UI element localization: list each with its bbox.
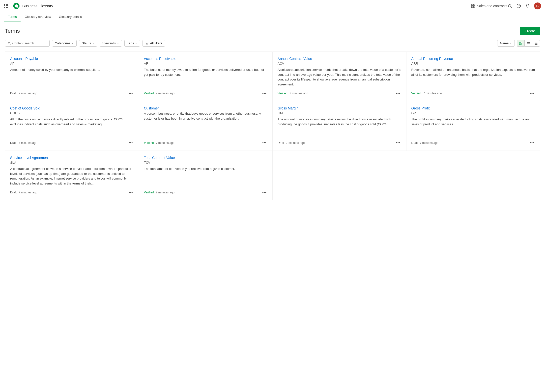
term-options-button[interactable]: ••• [128,91,134,96]
term-time: 7 minutes ago [420,141,438,145]
filters-bar: Categories Status Stewards Tags All filt… [5,40,540,47]
term-footer: Draft 7 minutes ago ••• [10,91,134,96]
term-time: 7 minutes ago [156,191,174,194]
chevron-down-icon [135,42,137,45]
term-abbr: COGS [10,111,134,115]
status-badge: Verified [144,141,154,145]
grid-view-button[interactable] [517,40,525,46]
term-options-button[interactable]: ••• [261,140,267,146]
term-status: Verified 7 minutes ago [144,191,174,194]
term-options-button[interactable]: ••• [395,140,401,146]
term-title-accounts-receivable[interactable]: Accounts Receivable [144,57,268,61]
tab-glossary-details[interactable]: Glossary details [55,12,86,22]
term-time: 7 minutes ago [156,141,174,145]
chevron-down-icon [510,42,512,45]
term-card-customer: Customer A person, business, or entity t… [139,101,273,151]
term-title-gross-profit[interactable]: Gross Profit [411,106,535,110]
help-icon[interactable] [516,3,521,8]
term-title-service-level-agreement[interactable]: Service Level Agreement [10,156,134,160]
tab-glossary-overview[interactable]: Glossary overview [21,12,55,22]
status-badge: Draft [411,141,418,145]
page-title: Terms [5,28,20,34]
svg-rect-14 [519,42,520,43]
app-title: Business Glossary [22,4,53,8]
term-card-content: Total Contract Value TCV The total amoun… [144,156,268,195]
all-filters-button[interactable]: All filters [143,40,165,47]
status-filter[interactable]: Status [79,40,97,47]
status-badge: Verified [411,92,421,95]
svg-line-12 [10,44,11,45]
term-card-content: Service Level Agreement SLA A contractua… [10,156,134,195]
svg-rect-4 [474,4,475,5]
svg-rect-3 [471,4,473,5]
search-input-icon [8,42,11,45]
term-card-total-contract-value: Total Contract Value TCV The total amoun… [139,151,273,200]
term-status: Verified 7 minutes ago [144,92,174,95]
term-description: A person, business, or entity that buys … [144,111,268,136]
grid-menu-icon[interactable] [4,4,8,8]
term-time: 7 minutes ago [19,92,37,95]
term-title-annual-contract-value[interactable]: Annual Contract Value [278,57,401,61]
grid-view-icon [519,42,522,45]
term-title-customer[interactable]: Customer [144,106,268,110]
term-options-button[interactable]: ••• [529,91,535,96]
term-card-content: Annual Recurring Revenue ARR Revenue, no… [411,57,535,96]
avatar[interactable]: TL [534,2,541,9]
chevron-down-icon [92,42,94,45]
main-content: Terms Create Categories Status Stewards … [0,22,545,205]
term-abbr: AR [144,62,268,65]
term-time: 7 minutes ago [156,92,174,95]
stewards-filter[interactable]: Stewards [100,40,122,47]
term-time: 7 minutes ago [286,141,305,145]
filter-icon [145,42,149,45]
svg-rect-17 [521,44,522,45]
term-options-button[interactable]: ••• [261,91,267,96]
categories-filter[interactable]: Categories [52,40,77,47]
term-card-annual-contract-value: Annual Contract Value ACV A software sub… [273,52,406,101]
qlik-logo: Business Glossary [13,2,53,9]
term-options-button[interactable]: ••• [395,91,401,96]
search-box[interactable] [5,40,50,47]
term-options-button[interactable]: ••• [529,140,535,146]
term-status: Draft 7 minutes ago [10,191,37,194]
sort-button[interactable]: Name [497,40,515,47]
compact-view-button[interactable] [532,40,540,46]
term-title-accounts-payable[interactable]: Accounts Payable [10,57,134,61]
create-button[interactable]: Create [520,27,540,35]
list-view-icon [527,42,530,45]
term-options-button[interactable]: ••• [128,190,134,195]
term-card-accounts-receivable: Accounts Receivable AR The balance of mo… [139,52,273,101]
term-footer: Draft 7 minutes ago ••• [278,140,401,146]
svg-rect-5 [471,6,473,7]
status-badge: Verified [278,92,287,95]
list-view-button[interactable] [525,40,532,46]
term-status: Verified 7 minutes ago [411,92,442,95]
term-title-cost-of-goods-sold[interactable]: Cost of Goods Sold [10,106,134,110]
chevron-down-icon [71,42,74,45]
bell-icon[interactable] [525,3,530,8]
term-title-annual-recurring-revenue[interactable]: Annual Recurring Revenue [411,57,535,61]
search-icon[interactable] [507,3,512,8]
term-abbr: SLA [10,161,134,164]
term-time: 7 minutes ago [423,92,442,95]
search-input[interactable] [12,41,47,45]
term-status: Draft 7 minutes ago [411,141,438,145]
status-badge: Draft [10,92,17,95]
terms-grid: Accounts Payable AP Amount of money owed… [5,52,540,200]
term-card-content: Cost of Goods Sold COGS All of the costs… [10,106,134,146]
tags-filter[interactable]: Tags [124,40,140,47]
term-footer: Verified 7 minutes ago ••• [144,91,268,96]
term-options-button[interactable]: ••• [261,190,267,195]
term-abbr: ACV [278,62,401,65]
term-options-button[interactable]: ••• [128,140,134,146]
term-card-content: Customer A person, business, or entity t… [144,106,268,146]
term-footer: Verified 7 minutes ago ••• [411,91,535,96]
center-label: Sales and contracts [477,4,507,8]
status-badge: Verified [144,191,154,194]
term-title-gross-margin[interactable]: Gross Margin [278,106,401,110]
term-footer: Draft 7 minutes ago ••• [10,190,134,195]
sort-section: Name [497,40,540,47]
svg-rect-16 [519,44,520,45]
term-title-total-contract-value[interactable]: Total Contract Value [144,156,268,160]
tab-terms[interactable]: Terms [4,12,21,22]
